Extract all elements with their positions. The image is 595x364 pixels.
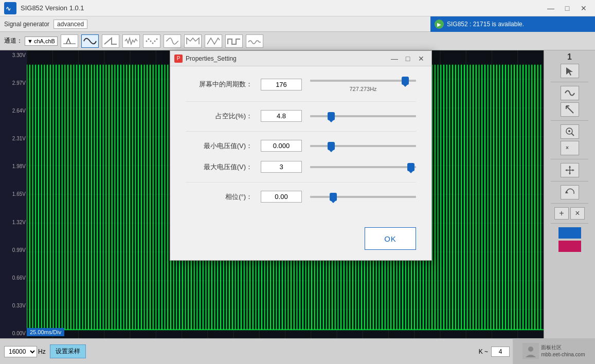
dialog-title-text: Properties_Setting (186, 55, 237, 62)
undo-button[interactable] (561, 185, 579, 199)
min-volt-slider[interactable] (310, 145, 416, 147)
min-volt-row: 最小电压值(V)： (186, 140, 416, 152)
svg-text:×: × (566, 145, 569, 151)
k-value-input[interactable] (491, 347, 510, 357)
right-panel: 1 × (544, 50, 595, 338)
cycles-input[interactable] (261, 79, 302, 90)
pen-icon-button[interactable] (61, 34, 78, 48)
zoom-in-button[interactable] (561, 124, 579, 139)
max-volt-slider-thumb[interactable] (407, 163, 414, 171)
cycles-freq-display: 727.273Hz (310, 86, 416, 92)
zoom-out-button[interactable]: × (561, 141, 579, 155)
wave-toolbar: 通道： ▼ chA,chB (0, 32, 595, 50)
svg-text:∿: ∿ (6, 5, 11, 12)
times-button[interactable]: × (570, 207, 585, 220)
divider-2 (551, 120, 588, 121)
svg-marker-23 (565, 169, 567, 171)
channel-a-color-indicator (558, 227, 581, 239)
pan-tool-button[interactable] (561, 163, 579, 177)
svg-marker-22 (569, 173, 571, 175)
min-volt-slider-container (310, 142, 416, 150)
divider-3 (551, 159, 588, 159)
community-logo: 面板社区 mbb.eet-china.com (513, 338, 595, 364)
dialog-title-icon: P (174, 54, 183, 63)
max-volt-slider-container (310, 163, 416, 171)
community-logo-text: 面板社区 mbb.eet-china.com (541, 344, 585, 358)
ramp-wave-button[interactable] (102, 34, 119, 48)
cycles-slider[interactable] (310, 80, 416, 82)
phase-slider-thumb[interactable] (330, 193, 337, 201)
divider-1 (551, 82, 588, 82)
duty-label: 占空比(%)： (186, 112, 253, 121)
y-axis-label-4: 1.98V (1, 163, 26, 169)
svg-point-3 (146, 40, 147, 42)
signal-generator-label: Signal generator (4, 21, 49, 28)
frequency-input-group: 16000 Hz (4, 346, 46, 357)
phase-slider[interactable] (310, 196, 416, 198)
zoom-buttons-row: + × (554, 207, 585, 220)
y-axis-label-1: 2.97V (1, 80, 26, 86)
set-sample-button[interactable]: 设置采样 (50, 344, 86, 358)
svg-point-5 (150, 40, 151, 42)
min-volt-slider-thumb[interactable] (328, 142, 335, 150)
y-axis-label-8: 0.66V (1, 275, 26, 281)
square-wave-button[interactable] (225, 34, 243, 48)
advanced-badge[interactable]: advanced (53, 20, 87, 29)
sine2-wave-button[interactable] (246, 34, 263, 48)
separator-1 (186, 101, 416, 102)
max-volt-row: 最大电压值(V)： (186, 161, 416, 173)
frequency-select[interactable]: 16000 (4, 346, 37, 357)
phase-slider-container (310, 193, 416, 201)
min-volt-input[interactable] (261, 140, 302, 152)
y-axis-label-3: 2.31V (1, 136, 26, 141)
channel-dropdown[interactable]: ▼ chA,chB (25, 37, 58, 46)
svg-point-6 (152, 42, 153, 44)
max-volt-slider[interactable] (310, 166, 416, 168)
status-text: SIG852 : 21715 is available. (447, 21, 524, 28)
duty-slider[interactable] (310, 115, 416, 117)
right-number: 1 (567, 52, 572, 62)
y-axis-label-9: 0.33V (1, 303, 26, 308)
arbitrary-wave-button[interactable] (164, 34, 181, 48)
svg-marker-24 (572, 169, 574, 171)
svg-line-10 (566, 106, 573, 113)
y-axis-label-7: 0.99V (1, 247, 26, 253)
plus-button[interactable]: + (554, 207, 569, 220)
noise-wave-button[interactable] (122, 34, 140, 48)
dialog-minimize-button[interactable]: — (388, 53, 401, 64)
ok-button[interactable]: OK (365, 227, 416, 250)
svg-marker-9 (566, 67, 573, 76)
titlebar-controls: — □ ✕ (544, 3, 591, 13)
close-button[interactable]: ✕ (576, 3, 591, 13)
time-div-label: 25.00ms/Div (27, 328, 64, 336)
svg-line-16 (571, 133, 574, 136)
cursor-tool-button[interactable] (561, 64, 579, 78)
dialog-maximize-button[interactable]: □ (402, 53, 414, 64)
phase-input[interactable] (261, 191, 302, 203)
sine-wave-button[interactable] (81, 34, 99, 48)
svg-marker-21 (569, 166, 571, 168)
minimize-button[interactable]: — (544, 3, 558, 13)
cycles-slider-thumb[interactable] (402, 77, 409, 85)
max-volt-input[interactable] (261, 161, 302, 173)
maximize-button[interactable]: □ (560, 3, 574, 13)
app-title: SIG852 Version 1.0.1 (21, 4, 84, 12)
channel-dropdown-value: chA,chB (34, 38, 55, 44)
frequency-unit: Hz (38, 348, 46, 355)
svg-point-8 (156, 38, 157, 40)
y-axis-label-10: 0.00V (1, 331, 26, 336)
dialog-close-button[interactable]: ✕ (415, 53, 427, 64)
m-wave-button[interactable] (184, 34, 202, 48)
dotted-wave-button[interactable] (143, 34, 160, 48)
min-volt-slider-track (310, 145, 416, 147)
svg-point-27 (528, 347, 533, 352)
duty-input[interactable] (261, 110, 302, 122)
duty-slider-thumb[interactable] (328, 112, 335, 120)
channel-selector: 通道： ▼ chA,chB (4, 37, 58, 46)
waveform-tool-button[interactable] (561, 86, 579, 100)
scale-tool-button[interactable] (561, 102, 579, 117)
status-bar: ▶ SIG852 : 21715 is available. (430, 16, 595, 32)
community-line1: 面板社区 (541, 344, 585, 351)
divider-5 (551, 203, 588, 204)
triangle-wave-button[interactable] (205, 34, 222, 48)
